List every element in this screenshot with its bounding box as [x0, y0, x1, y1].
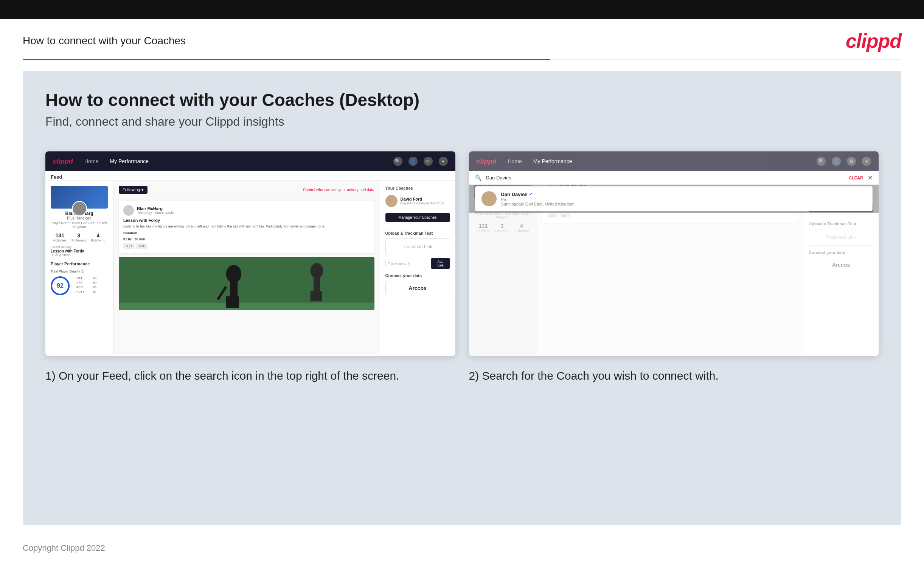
settings-icon-bg: ⚙ [847, 157, 856, 166]
main-content: How to connect with your Coaches (Deskto… [23, 71, 901, 525]
activities-count: 131 [53, 232, 66, 239]
coaches-panel: Your Coaches David Ford Royal North Devo… [380, 180, 455, 354]
profile-section: Blair McHarg Plus Handicap Royal North D… [45, 180, 113, 354]
search-icon-overlay: 🔍 [475, 175, 481, 181]
app-body: Blair McHarg Plus Handicap Royal North D… [45, 180, 455, 354]
svg-rect-8 [311, 291, 322, 301]
search-clear-button[interactable]: CLEAR [849, 175, 863, 180]
followers-label: Followers [71, 239, 86, 242]
author-sub: Yesterday · Sunningdale [137, 211, 173, 214]
add-link-button[interactable]: Add Link [431, 258, 450, 269]
result-name: Dan Davies [501, 192, 528, 197]
step2-screenshot: clippd Home My Performance 🔍 👤 ⚙ ● [469, 151, 879, 356]
clippd-logo: clippd [846, 29, 901, 52]
latest-activity-label: Latest Activity [51, 245, 108, 249]
app-nav-bg: clippd Home My Performance 🔍 👤 ⚙ ● [469, 151, 879, 171]
settings-icon[interactable]: ⚙ [424, 157, 433, 166]
nav-my-performance[interactable]: My Performance [110, 158, 149, 164]
activity-author: Blair McHarg Yesterday · Sunningdale [123, 205, 370, 216]
following-label: Following [91, 239, 105, 242]
svg-rect-5 [226, 296, 239, 307]
tag-ott: OTT [123, 244, 135, 249]
golfer-image [119, 257, 374, 310]
activity-card: Blair McHarg Yesterday · Sunningdale Les… [119, 201, 374, 253]
profile-stats: 131 Activities 3 Followers 4 Following [51, 232, 108, 242]
following-button[interactable]: Following ▾ [119, 186, 147, 194]
activities-stat: 131 Activities [53, 232, 66, 242]
app-nav-logo-bg: clippd [477, 157, 497, 166]
trackman-title: Upload a Trackman Test [385, 231, 450, 235]
search-overlay: 🔍 Dan Davies CLEAR ✕ Dan Davies ✔ Pro [469, 171, 879, 213]
footer: Copyright Clippd 2022 [0, 536, 924, 560]
app-nav: clippd Home My Performance 🔍 👤 ⚙ ● [45, 151, 455, 171]
quality-bars: OTT 90 APP 85 [76, 276, 96, 294]
bar-arg: ARG 86 [76, 286, 96, 289]
feed-tab-bar: Feed [45, 171, 455, 180]
activity-tags: OTT APP [123, 244, 370, 249]
connect-title: Connect your data [385, 273, 450, 278]
search-result[interactable]: Dan Davies ✔ Pro Sunningdale Golf Club, … [475, 186, 873, 211]
bar-ott: OTT 90 [76, 276, 96, 280]
step1-column: clippd Home My Performance 🔍 👤 ⚙ ● Feed [45, 151, 455, 384]
search-close-button[interactable]: ✕ [867, 174, 872, 181]
main-subheading: Find, connect and share your Clippd insi… [45, 115, 879, 129]
author-avatar [123, 205, 134, 216]
nav-home-bg: Home [508, 158, 522, 164]
search-icon-bg: 🔍 [817, 157, 826, 166]
profile-icon[interactable]: 👤 [408, 157, 417, 166]
latest-activity-date: 03 Aug 2022 [51, 253, 108, 257]
performance-section: Player Performance Total Player Quality … [51, 261, 108, 295]
activities-label: Activities [53, 239, 66, 242]
followers-stat: 3 Followers [71, 232, 86, 242]
control-link[interactable]: Control who can see your activity and da… [303, 188, 374, 192]
manage-coaches-button[interactable]: Manage Your Coaches [385, 213, 450, 222]
trackman-input[interactable]: Trackman Link [385, 260, 430, 267]
step2-column: clippd Home My Performance 🔍 👤 ⚙ ● [469, 151, 879, 384]
top-bar [0, 0, 924, 19]
nav-home[interactable]: Home [84, 158, 98, 164]
profile-bg [51, 186, 108, 209]
perf-quality-label: Total Player Quality ⓘ [51, 269, 108, 274]
main-heading: How to connect with your Coaches (Deskto… [45, 90, 879, 110]
svg-rect-1 [119, 302, 374, 310]
coach-avatar [385, 195, 398, 207]
profile-location: Royal North Devon Golf Club, United King… [51, 221, 108, 229]
profile-stats-dim: 131Activities 3Followers 4Following [474, 223, 531, 233]
author-name: Blair McHarg [137, 206, 173, 211]
header-divider [23, 59, 901, 60]
header: How to connect with your Coaches clippd [0, 19, 924, 59]
profile-icon-bg: 👤 [832, 157, 841, 166]
following-stat: 4 Following [91, 232, 105, 242]
result-info: Dan Davies ✔ Pro Sunningdale Golf Club, … [501, 192, 574, 206]
activity-title: Lesson with Fordy [123, 218, 370, 222]
followers-count: 3 [71, 232, 86, 239]
result-avatar [481, 191, 497, 206]
coaches-title: Your Coaches [385, 186, 450, 190]
search-icon[interactable]: 🔍 [393, 157, 403, 166]
coach-club: Royal North Devon Golf Club [401, 201, 444, 205]
verified-icon: ✔ [529, 192, 532, 197]
avatar-icon-bg: ● [862, 157, 871, 166]
search-query[interactable]: Dan Davies [486, 175, 845, 180]
result-club: Sunningdale Golf Club, United Kingdom [501, 202, 574, 206]
tag-app: APP [136, 244, 147, 249]
activity-section: Following ▾ Control who can see your act… [113, 180, 380, 354]
avatar-icon[interactable]: ● [439, 157, 448, 166]
coach-name: David Ford [401, 197, 444, 201]
profile-handicap: Plus Handicap [51, 216, 108, 220]
bar-putt: PUTT 96 [76, 290, 96, 293]
activity-desc: Looking to feel like my hands are exitin… [123, 224, 370, 229]
latest-activity-value: Lesson with Fordy [51, 249, 108, 253]
activity-duration: Duration [123, 231, 370, 235]
svg-point-2 [226, 265, 242, 283]
app-nav-logo: clippd [53, 157, 73, 166]
coach-item: David Ford Royal North Devon Golf Club [385, 195, 450, 207]
svg-point-6 [311, 263, 324, 279]
nav-icons-bg: 🔍 👤 ⚙ ● [817, 157, 871, 166]
screenshots-row: clippd Home My Performance 🔍 👤 ⚙ ● Feed [45, 151, 879, 384]
profile-avatar [72, 201, 87, 216]
arccos-box: Arccos [385, 281, 450, 295]
perf-title: Player Performance [51, 261, 108, 266]
activity-duration-value: 01 hr : 30 min [123, 237, 370, 241]
page-title: How to connect with your Coaches [23, 35, 186, 47]
